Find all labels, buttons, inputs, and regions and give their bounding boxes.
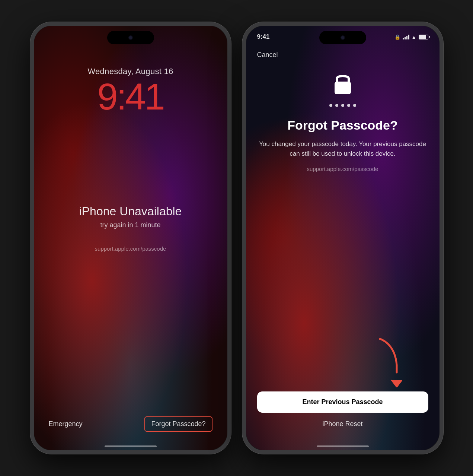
battery-icon	[419, 35, 428, 39]
lock-icon-large	[332, 70, 354, 102]
home-indicator-2	[317, 445, 369, 447]
status-icons: 🔒 ▲	[394, 34, 428, 40]
support-link-1: support.apple.com/passcode	[34, 245, 227, 252]
battery-fill	[419, 35, 426, 39]
forgot-passcode-content: Forgot Passcode? You changed your passco…	[246, 70, 440, 187]
svg-rect-0	[335, 82, 351, 94]
status-lock-icon: 🔒	[394, 34, 400, 40]
phone-1: 🔒 Wednesday, August 16 9:41 iPhone Unava…	[30, 22, 231, 454]
dynamic-island-1	[107, 31, 154, 44]
lock-dot-4	[347, 104, 350, 107]
front-camera-2	[341, 35, 345, 40]
red-arrow	[373, 335, 402, 389]
signal-bar-4	[408, 35, 409, 39]
signal-bar-2	[405, 37, 406, 39]
signal-bar-1	[403, 38, 404, 39]
phone-1-frame: 🔒 Wednesday, August 16 9:41 iPhone Unava…	[30, 22, 231, 454]
phone-1-screen: 🔒 Wednesday, August 16 9:41 iPhone Unava…	[34, 26, 227, 450]
enter-previous-passcode-button[interactable]: Enter Previous Passcode	[257, 391, 428, 413]
phone-2-frame: 9:41 🔒 ▲ Cancel	[242, 22, 443, 454]
forgot-passcode-description: You changed your passcode today. Your pr…	[257, 139, 428, 158]
emergency-button[interactable]: Emergency	[49, 420, 83, 428]
lock-dot-3	[341, 104, 344, 107]
lock-screen-date: Wednesday, August 16	[34, 67, 227, 76]
unavailable-subtitle: try again in 1 minute	[34, 221, 227, 229]
unavailable-title: iPhone Unavailable	[34, 204, 227, 218]
wifi-icon: ▲	[412, 34, 416, 40]
support-link-2: support.apple.com/passcode	[307, 166, 378, 172]
signal-bar-3	[406, 36, 408, 39]
status-time: 9:41	[257, 33, 270, 41]
forgot-passcode-title: Forgot Passcode?	[287, 118, 398, 133]
lock-dot-5	[353, 104, 356, 107]
cancel-button[interactable]: Cancel	[257, 51, 278, 59]
forgot-passcode-button[interactable]: Forgot Passcode?	[144, 416, 212, 432]
lock-dot-1	[329, 104, 332, 107]
side-button-right-2	[442, 100, 443, 137]
front-camera	[128, 35, 133, 40]
signal-bars	[403, 34, 409, 39]
home-indicator-1	[105, 445, 157, 447]
side-button-right	[230, 100, 231, 137]
bottom-bar-1: Emergency Forgot Passcode?	[34, 416, 227, 432]
unavailable-section: iPhone Unavailable try again in 1 minute	[34, 204, 227, 229]
lock-dot-2	[335, 104, 338, 107]
phone-2-screen: 9:41 🔒 ▲ Cancel	[246, 26, 440, 450]
lock-dots	[329, 104, 356, 107]
bottom-buttons: Enter Previous Passcode iPhone Reset	[246, 391, 440, 428]
dynamic-island-2	[319, 31, 366, 44]
phone-2: 9:41 🔒 ▲ Cancel	[242, 22, 443, 454]
lock-screen-time: 9:41	[34, 78, 227, 115]
iphone-reset-button[interactable]: iPhone Reset	[322, 420, 362, 428]
